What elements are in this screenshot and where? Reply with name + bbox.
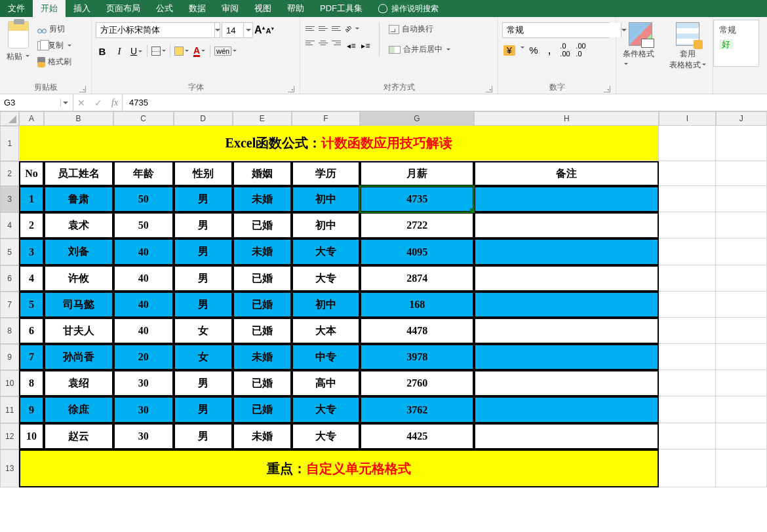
- menu-formulas[interactable]: 公式: [148, 0, 181, 17]
- column-header-A[interactable]: A: [19, 111, 43, 126]
- cell[interactable]: [659, 292, 715, 318]
- data-cell[interactable]: 4735: [360, 186, 474, 212]
- confirm-check-button[interactable]: ✓: [94, 98, 102, 108]
- row-header-12[interactable]: 12: [0, 423, 19, 449]
- column-header-E[interactable]: E: [233, 111, 292, 126]
- align-left-button[interactable]: [304, 37, 316, 48]
- data-cell[interactable]: 2874: [360, 265, 474, 292]
- data-cell[interactable]: [474, 238, 659, 265]
- data-cell[interactable]: [474, 265, 659, 292]
- menu-view[interactable]: 视图: [246, 0, 279, 17]
- menu-help[interactable]: 帮助: [279, 0, 312, 17]
- data-cell[interactable]: 袁术: [44, 212, 113, 238]
- currency-button[interactable]: ¥: [502, 43, 517, 58]
- cell[interactable]: [659, 186, 715, 212]
- row-header-1[interactable]: 1: [0, 126, 19, 161]
- data-cell[interactable]: 中专: [292, 344, 360, 370]
- data-cell[interactable]: 2: [19, 212, 43, 238]
- header-cell[interactable]: No: [19, 161, 43, 186]
- data-cell[interactable]: 男: [174, 396, 233, 423]
- increase-font-button[interactable]: A▴: [254, 24, 265, 36]
- row-header-8[interactable]: 8: [0, 318, 19, 344]
- data-cell[interactable]: 40: [113, 238, 174, 265]
- data-cell[interactable]: 30: [113, 423, 174, 449]
- row-header-6[interactable]: 6: [0, 265, 19, 292]
- header-cell[interactable]: 年龄: [113, 161, 174, 186]
- font-size-arrow[interactable]: [243, 23, 252, 37]
- font-name-arrow[interactable]: [214, 23, 220, 37]
- align-center-button[interactable]: [317, 37, 329, 48]
- data-cell[interactable]: 未婚: [233, 238, 292, 265]
- data-cell[interactable]: 男: [174, 423, 233, 449]
- align-middle-button[interactable]: [317, 22, 329, 34]
- data-cell[interactable]: 司马懿: [44, 292, 113, 318]
- row-header-13[interactable]: 13: [0, 449, 19, 487]
- row-header-7[interactable]: 7: [0, 292, 19, 318]
- number-launcher[interactable]: [604, 86, 610, 92]
- data-cell[interactable]: 4478: [360, 318, 474, 344]
- cell[interactable]: [716, 423, 767, 449]
- data-cell[interactable]: 9: [19, 396, 43, 423]
- data-cell[interactable]: 袁绍: [44, 370, 113, 396]
- data-cell[interactable]: 40: [113, 292, 174, 318]
- data-cell[interactable]: 40: [113, 265, 174, 292]
- data-cell[interactable]: 男: [174, 212, 233, 238]
- cell[interactable]: [659, 212, 715, 238]
- cancel-x-button[interactable]: ✕: [77, 98, 85, 108]
- data-cell[interactable]: 许攸: [44, 265, 113, 292]
- menu-page-layout[interactable]: 页面布局: [98, 0, 148, 17]
- data-cell[interactable]: 20: [113, 344, 174, 370]
- percent-button[interactable]: %: [527, 43, 540, 56]
- row-header-9[interactable]: 9: [0, 344, 19, 370]
- data-cell[interactable]: 女: [174, 344, 233, 370]
- wrap-text-button[interactable]: 自动换行: [386, 22, 453, 36]
- cell[interactable]: [716, 318, 767, 344]
- data-cell[interactable]: 3: [19, 238, 43, 265]
- data-cell[interactable]: 已婚: [233, 318, 292, 344]
- table-styles-button[interactable]: 套用 表格格式: [667, 21, 709, 72]
- increase-decimal-button[interactable]: .0.00: [559, 43, 572, 56]
- cell[interactable]: [659, 344, 715, 370]
- data-cell[interactable]: 徐庶: [44, 396, 113, 423]
- alignment-launcher[interactable]: [486, 86, 492, 92]
- decrease-decimal-button[interactable]: .00.0: [574, 43, 587, 56]
- menu-home[interactable]: 开始: [33, 0, 66, 17]
- row-header-2[interactable]: 2: [0, 161, 19, 186]
- font-color-button[interactable]: A: [193, 45, 206, 58]
- style-normal[interactable]: 常规: [719, 23, 753, 37]
- data-cell[interactable]: 高中: [292, 370, 360, 396]
- data-cell[interactable]: 男: [174, 292, 233, 318]
- row-header-4[interactable]: 4: [0, 212, 19, 238]
- ruby-button[interactable]: wén: [214, 45, 237, 58]
- data-cell[interactable]: 已婚: [233, 292, 292, 318]
- number-format-input[interactable]: [503, 23, 621, 37]
- data-cell[interactable]: 赵云: [44, 423, 113, 449]
- data-cell[interactable]: 初中: [292, 212, 360, 238]
- data-cell[interactable]: [474, 396, 659, 423]
- header-cell[interactable]: 性别: [174, 161, 233, 186]
- increase-indent-button[interactable]: ▸≡: [359, 39, 372, 52]
- data-cell[interactable]: [474, 318, 659, 344]
- data-cell[interactable]: 男: [174, 186, 233, 212]
- column-header-F[interactable]: F: [292, 111, 360, 126]
- font-size-combo[interactable]: [222, 22, 253, 38]
- decrease-font-button[interactable]: A▾: [266, 26, 274, 35]
- row-header-3[interactable]: 3: [0, 186, 19, 212]
- menu-review[interactable]: 审阅: [214, 0, 246, 17]
- data-cell[interactable]: 7: [19, 344, 43, 370]
- format-painter-button[interactable]: 格式刷: [35, 55, 74, 69]
- decrease-indent-button[interactable]: ◂≡: [345, 39, 358, 52]
- paste-button[interactable]: 粘贴: [4, 20, 32, 64]
- clipboard-launcher[interactable]: [79, 86, 86, 92]
- cell[interactable]: [659, 423, 715, 449]
- underline-button[interactable]: U: [130, 45, 143, 58]
- data-cell[interactable]: 3978: [360, 344, 474, 370]
- data-cell[interactable]: 大专: [292, 238, 360, 265]
- data-cell[interactable]: [474, 370, 659, 396]
- data-cell[interactable]: 男: [174, 370, 233, 396]
- cell[interactable]: [659, 238, 715, 265]
- data-cell[interactable]: 未婚: [233, 344, 292, 370]
- footer-cell[interactable]: 重点：自定义单元格格式: [19, 449, 659, 487]
- name-box-input[interactable]: [0, 98, 60, 107]
- fill-color-button[interactable]: [174, 45, 189, 58]
